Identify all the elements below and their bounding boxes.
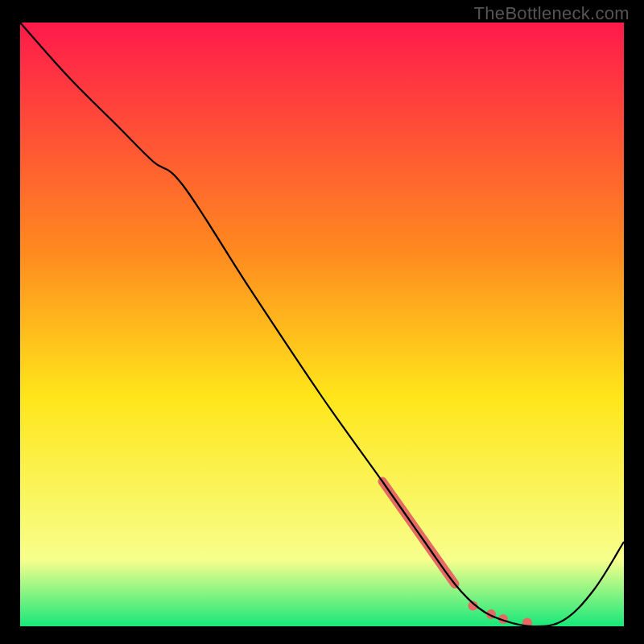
gradient-background: [20, 23, 624, 626]
chart-svg: [20, 23, 624, 626]
watermark-text: TheBottleneck.com: [474, 3, 630, 24]
plot-area: [20, 23, 624, 626]
chart-container: TheBottleneck.com: [0, 0, 644, 644]
